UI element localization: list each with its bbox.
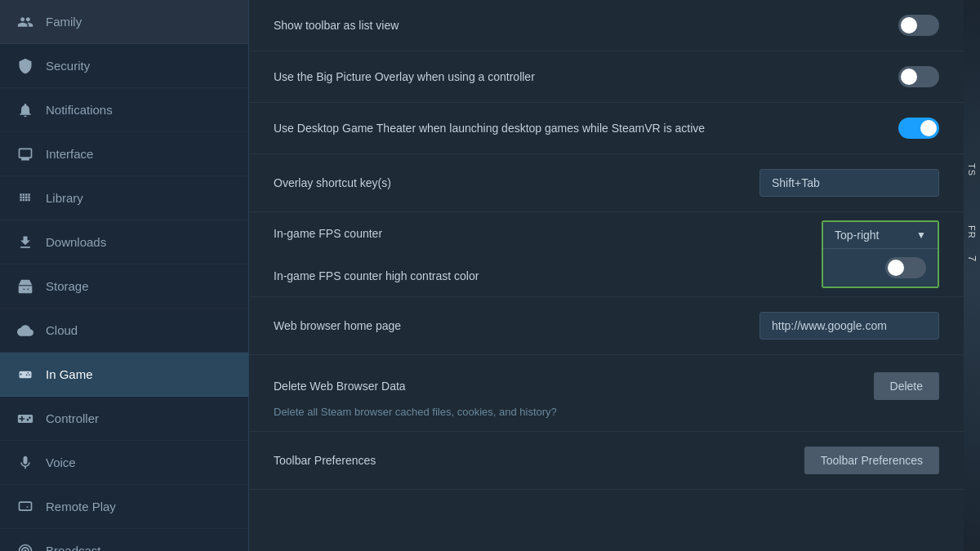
overlay-shortcut-input[interactable]: Shift+Tab bbox=[760, 169, 939, 197]
main-content: Show toolbar as list view Use the Big Pi… bbox=[249, 0, 964, 551]
settings-row-overlay-shortcut: Overlay shortcut key(s) Shift+Tab bbox=[249, 154, 964, 212]
chevron-down-icon: ▼ bbox=[916, 229, 926, 241]
sidebar-label-downloads: Downloads bbox=[46, 235, 106, 249]
toolbar-listview-label: Show toolbar as list view bbox=[274, 19, 898, 32]
svg-rect-0 bbox=[20, 502, 32, 510]
web-browser-label: Web browser home page bbox=[274, 319, 760, 332]
sidebar-item-remoteplay[interactable]: Remote Play bbox=[0, 485, 248, 529]
sidebar-item-security[interactable]: Security bbox=[0, 44, 248, 88]
remoteplay-icon bbox=[16, 498, 34, 516]
sidebar-label-controller: Controller bbox=[46, 411, 99, 425]
settings-row-web-browser: Web browser home page http://www.google.… bbox=[249, 297, 964, 355]
sidebar-item-controller[interactable]: Controller bbox=[0, 397, 248, 441]
delete-browser-label: Delete Web Browser Data bbox=[274, 380, 874, 393]
sidebar-label-family: Family bbox=[46, 15, 82, 29]
overlay-shortcut-label: Overlay shortcut key(s) bbox=[274, 176, 760, 189]
grid-icon bbox=[16, 189, 34, 207]
shield-icon bbox=[16, 57, 34, 75]
delete-browser-top: Delete Web Browser Data Delete bbox=[249, 355, 964, 406]
right-strip-text1: TS bbox=[967, 163, 977, 176]
web-browser-input[interactable]: http://www.google.com bbox=[760, 312, 939, 340]
big-picture-toggle[interactable] bbox=[898, 66, 939, 87]
toolbar-listview-toggle[interactable] bbox=[898, 15, 939, 36]
sidebar-label-security: Security bbox=[46, 59, 90, 73]
gamepad-icon bbox=[16, 366, 34, 384]
big-picture-label: Use the Big Picture Overlay when using a… bbox=[274, 70, 898, 83]
fps-contrast-toggle-row bbox=[823, 249, 938, 287]
fps-counter-label: In-game FPS counter bbox=[274, 227, 822, 240]
sidebar-item-notifications[interactable]: Notifications bbox=[0, 88, 248, 132]
sidebar-item-downloads[interactable]: Downloads bbox=[0, 220, 248, 264]
sidebar-item-storage[interactable]: Storage bbox=[0, 264, 248, 309]
sidebar-label-notifications: Notifications bbox=[46, 103, 113, 117]
sidebar-item-library[interactable]: Library bbox=[0, 176, 248, 220]
people-icon bbox=[16, 13, 34, 31]
sidebar-label-library: Library bbox=[46, 191, 83, 205]
fps-labels: In-game FPS counter In-game FPS counter … bbox=[274, 220, 822, 282]
settings-row-toolbar-listview: Show toolbar as list view bbox=[249, 0, 964, 51]
fps-dropdown-value: Top-right bbox=[835, 229, 879, 242]
settings-row-big-picture: Use the Big Picture Overlay when using a… bbox=[249, 51, 964, 103]
download-icon bbox=[16, 233, 34, 251]
right-strip-text2: FR bbox=[967, 225, 977, 239]
settings-row-desktop-theater: Use Desktop Game Theater when launching … bbox=[249, 103, 964, 154]
monitor-icon bbox=[16, 145, 34, 163]
broadcast-icon bbox=[16, 542, 34, 552]
sidebar-label-interface: Interface bbox=[46, 147, 93, 161]
delete-browser-button[interactable]: Delete bbox=[874, 372, 939, 400]
desktop-theater-label: Use Desktop Game Theater when launching … bbox=[274, 122, 898, 135]
sidebar-label-remoteplay: Remote Play bbox=[46, 500, 116, 513]
sidebar: Family Security Notifications Interface bbox=[0, 0, 249, 551]
fps-contrast-toggle[interactable] bbox=[885, 257, 926, 278]
toolbar-prefs-label: Toolbar Preferences bbox=[274, 454, 804, 467]
bell-icon bbox=[16, 101, 34, 119]
controller-icon bbox=[16, 410, 34, 428]
sidebar-item-interface[interactable]: Interface bbox=[0, 132, 248, 176]
cloud-icon bbox=[16, 322, 34, 340]
toolbar-prefs-button[interactable]: Toolbar Preferences bbox=[804, 447, 939, 474]
sidebar-label-broadcast: Broadcast bbox=[46, 544, 101, 551]
settings-row-fps: In-game FPS counter In-game FPS counter … bbox=[249, 212, 964, 297]
harddrive-icon bbox=[16, 278, 34, 295]
sidebar-item-broadcast[interactable]: Broadcast bbox=[0, 529, 248, 551]
sidebar-label-ingame: In Game bbox=[46, 367, 93, 381]
sidebar-item-voice[interactable]: Voice bbox=[0, 441, 248, 485]
desktop-theater-toggle[interactable] bbox=[898, 118, 939, 139]
settings-row-delete-browser: Delete Web Browser Data Delete Delete al… bbox=[249, 355, 964, 432]
delete-browser-sublabel: Delete all Steam browser cached files, c… bbox=[249, 406, 964, 431]
mic-icon bbox=[16, 454, 34, 472]
sidebar-label-cloud: Cloud bbox=[46, 323, 78, 337]
settings-row-toolbar-prefs: Toolbar Preferences Toolbar Preferences bbox=[249, 432, 964, 490]
fps-group: Top-right ▼ bbox=[822, 220, 939, 288]
right-strip: TS FR 7 bbox=[964, 0, 980, 551]
sidebar-label-storage: Storage bbox=[46, 279, 89, 293]
sidebar-label-voice: Voice bbox=[46, 455, 76, 469]
sidebar-item-family[interactable]: Family bbox=[0, 0, 248, 44]
right-strip-text3: 7 bbox=[966, 256, 978, 262]
fps-counter-dropdown[interactable]: Top-right ▼ bbox=[823, 222, 938, 249]
sidebar-item-ingame[interactable]: In Game bbox=[0, 353, 248, 397]
fps-contrast-label: In-game FPS counter high contrast color bbox=[274, 269, 822, 282]
sidebar-item-cloud[interactable]: Cloud bbox=[0, 309, 248, 353]
